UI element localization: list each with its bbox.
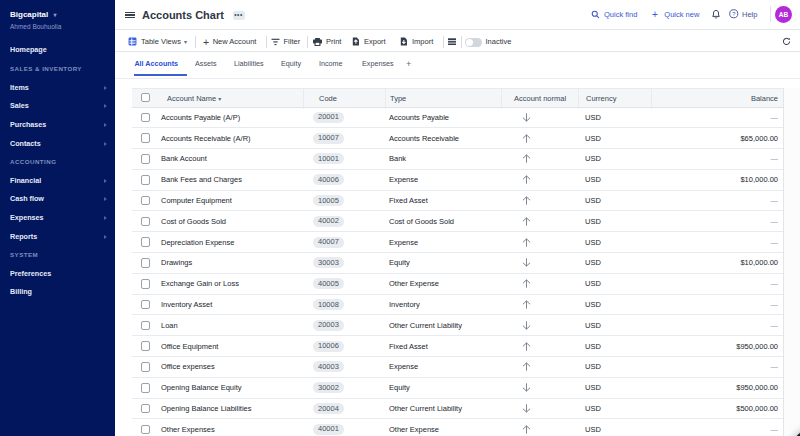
svg-text:?: ? xyxy=(732,11,735,17)
